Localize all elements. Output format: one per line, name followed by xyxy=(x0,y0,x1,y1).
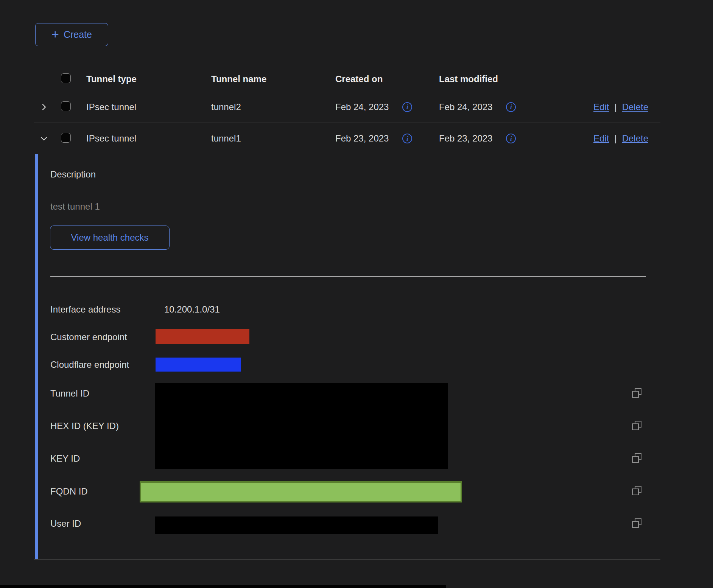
fqdn-id-label: FQDN ID xyxy=(50,486,88,497)
table-row-tunnel2: IPsec tunnel tunnel2 Feb 24, 2023 i Feb … xyxy=(34,91,660,123)
tunnels-page: + Create Tunnel type Tunnel name Created… xyxy=(0,0,713,588)
copy-icon[interactable] xyxy=(631,420,643,431)
description-value: test tunnel 1 xyxy=(50,201,100,212)
customer-endpoint-label: Customer endpoint xyxy=(50,332,127,342)
key-id-label: KEY ID xyxy=(50,453,80,464)
info-icon[interactable]: i xyxy=(402,102,412,112)
user-id-redacted-value xyxy=(155,516,438,534)
copy-icon[interactable] xyxy=(631,453,643,464)
cell-created-on: Feb 24, 2023 xyxy=(335,102,389,112)
section-divider xyxy=(50,276,646,277)
create-button[interactable]: + Create xyxy=(35,23,108,46)
view-health-checks-button[interactable]: View health checks xyxy=(50,226,170,250)
info-icon[interactable]: i xyxy=(402,134,412,143)
fqdn-id-redacted-value xyxy=(140,481,462,502)
tunnel-details-panel: Description test tunnel 1 View health ch… xyxy=(35,154,660,559)
info-icon[interactable]: i xyxy=(506,102,516,112)
select-row-checkbox[interactable] xyxy=(61,133,71,143)
table-row-tunnel1: IPsec tunnel tunnel1 Feb 23, 2023 i Feb … xyxy=(34,123,660,154)
ids-redacted-value xyxy=(155,383,448,469)
cell-tunnel-name: tunnel1 xyxy=(211,133,335,144)
copy-icon[interactable] xyxy=(631,485,643,496)
edit-link[interactable]: Edit xyxy=(593,133,609,144)
header-tunnel-type: Tunnel type xyxy=(86,74,211,84)
delete-link[interactable]: Delete xyxy=(622,102,648,112)
header-last-modified: Last modified xyxy=(439,74,549,84)
hex-id-label: HEX ID (KEY ID) xyxy=(50,421,119,431)
edit-link[interactable]: Edit xyxy=(593,102,609,112)
cloudflare-endpoint-label: Cloudflare endpoint xyxy=(50,359,129,370)
chevron-right-icon[interactable] xyxy=(39,103,48,112)
description-label: Description xyxy=(50,169,96,180)
customer-endpoint-redacted-value xyxy=(156,329,249,344)
actions-separator: | xyxy=(614,102,616,112)
select-all-checkbox[interactable] xyxy=(61,73,71,83)
interface-address-value: 10.200.1.0/31 xyxy=(164,304,220,315)
actions-separator: | xyxy=(614,133,616,144)
tunnel-id-label: Tunnel ID xyxy=(50,388,89,399)
copy-icon[interactable] xyxy=(631,387,643,399)
cell-tunnel-name: tunnel2 xyxy=(211,102,335,112)
cell-tunnel-type: IPsec tunnel xyxy=(86,102,211,112)
cell-created-on: Feb 23, 2023 xyxy=(335,133,389,144)
cell-last-modified: Feb 23, 2023 xyxy=(439,133,492,144)
plus-icon: + xyxy=(51,28,59,40)
select-row-checkbox[interactable] xyxy=(61,101,71,111)
cell-tunnel-type: IPsec tunnel xyxy=(86,133,211,144)
table-bottom-divider xyxy=(34,559,660,560)
user-id-label: User ID xyxy=(50,518,81,529)
info-icon[interactable]: i xyxy=(506,134,516,143)
interface-address-label: Interface address xyxy=(50,304,120,315)
tunnels-table-header: Tunnel type Tunnel name Created on Last … xyxy=(34,67,660,91)
cloudflare-endpoint-redacted-value xyxy=(156,358,241,372)
bottom-edge-strip xyxy=(0,585,446,588)
create-button-label: Create xyxy=(64,29,92,40)
header-tunnel-name: Tunnel name xyxy=(211,74,335,84)
header-created-on: Created on xyxy=(335,74,439,84)
copy-icon[interactable] xyxy=(631,518,643,529)
delete-link[interactable]: Delete xyxy=(622,133,648,144)
cell-last-modified: Feb 24, 2023 xyxy=(439,102,492,112)
chevron-down-icon[interactable] xyxy=(39,134,48,143)
